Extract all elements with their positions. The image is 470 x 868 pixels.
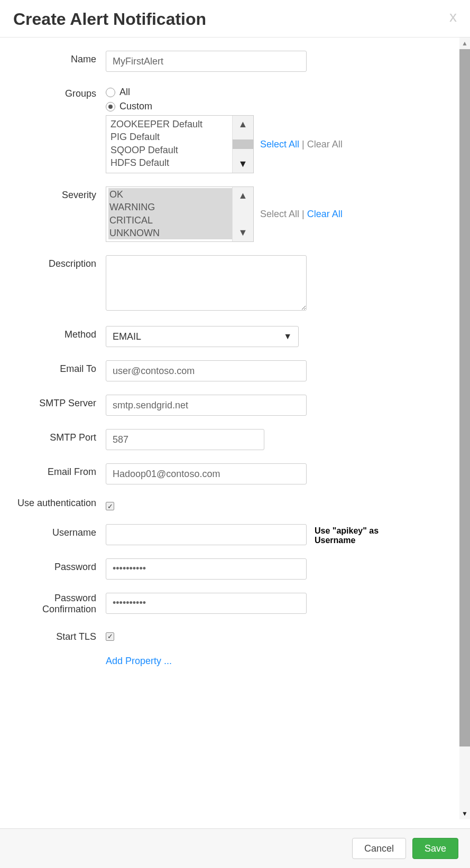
row-password-confirm: Password Confirmation bbox=[16, 593, 454, 615]
list-item[interactable]: ZOOKEEPER Default bbox=[109, 118, 229, 130]
row-password: Password bbox=[16, 558, 454, 580]
description-textarea[interactable] bbox=[106, 255, 307, 311]
name-input[interactable] bbox=[106, 51, 307, 72]
row-add-property: Add Property ... bbox=[16, 656, 454, 667]
label-smtp-server: SMTP Server bbox=[16, 395, 106, 409]
email-to-input[interactable] bbox=[106, 360, 307, 381]
list-item[interactable]: CRITICAL bbox=[108, 214, 232, 227]
groups-clear-all-link[interactable]: Clear All bbox=[307, 139, 343, 150]
password-input[interactable] bbox=[106, 558, 307, 580]
list-item[interactable]: SQOOP Default bbox=[109, 144, 229, 156]
severity-listbox[interactable]: OK WARNING CRITICAL UNKNOWN ▲ ▼ bbox=[106, 186, 254, 242]
separator: | bbox=[299, 209, 307, 219]
dialog-body: Name Groups All Custom bbox=[0, 38, 470, 819]
save-button[interactable]: Save bbox=[412, 838, 458, 859]
severity-select-links: Select All | Clear All bbox=[260, 209, 343, 220]
body-scrollbar[interactable]: ▲ ▼ bbox=[459, 38, 470, 819]
add-property-link[interactable]: Add Property ... bbox=[106, 656, 172, 666]
username-hint: Use "apikey" as Username bbox=[315, 524, 404, 545]
smtp-server-input[interactable] bbox=[106, 395, 307, 416]
radio-all-label: All bbox=[119, 87, 130, 98]
row-description: Description bbox=[16, 255, 454, 313]
list-item[interactable]: OK bbox=[108, 188, 232, 201]
label-groups: Groups bbox=[16, 85, 106, 99]
smtp-port-input[interactable] bbox=[106, 429, 264, 450]
label-email-to: Email To bbox=[16, 360, 106, 375]
list-item[interactable]: PIG Default bbox=[109, 130, 229, 143]
password-confirm-input[interactable] bbox=[106, 593, 307, 614]
groups-select-links: Select All | Clear All bbox=[260, 139, 343, 150]
severity-items: OK WARNING CRITICAL UNKNOWN bbox=[106, 187, 232, 241]
row-smtp-port: SMTP Port bbox=[16, 429, 454, 450]
label-username: Username bbox=[16, 524, 106, 538]
severity-listbox-wrap: OK WARNING CRITICAL UNKNOWN ▲ ▼ Select A… bbox=[106, 186, 343, 242]
radio-all[interactable]: All bbox=[106, 87, 343, 98]
close-icon[interactable]: x bbox=[449, 10, 457, 24]
row-smtp-server: SMTP Server bbox=[16, 395, 454, 416]
groups-listbox-wrap: ZOOKEEPER Default PIG Default SQOOP Defa… bbox=[106, 115, 343, 173]
chevron-down-icon[interactable]: ▼ bbox=[459, 808, 470, 819]
cancel-button[interactable]: Cancel bbox=[352, 838, 406, 859]
listbox-scrollbar[interactable]: ▲ ▼ bbox=[232, 116, 253, 173]
label-method: Method bbox=[16, 326, 106, 340]
method-value: EMAIL bbox=[113, 331, 141, 342]
groups-items: ZOOKEEPER Default PIG Default SQOOP Defa… bbox=[106, 116, 232, 173]
row-start-tls: Start TLS bbox=[16, 628, 454, 642]
dialog-footer: Cancel Save bbox=[0, 828, 470, 868]
use-auth-checkbox[interactable] bbox=[106, 502, 114, 510]
dialog-header: Create Alert Notification x bbox=[0, 0, 470, 38]
dialog-title: Create Alert Notification bbox=[13, 10, 206, 29]
row-username: Username Use "apikey" as Username bbox=[16, 524, 454, 545]
label-email-from: Email From bbox=[16, 463, 106, 478]
start-tls-checkbox[interactable] bbox=[106, 632, 114, 641]
radio-icon bbox=[106, 102, 115, 111]
radio-custom-label: Custom bbox=[119, 101, 152, 112]
list-item[interactable]: HDFS Default bbox=[109, 156, 229, 169]
radio-custom[interactable]: Custom bbox=[106, 101, 343, 112]
row-use-auth: Use authentication bbox=[16, 498, 454, 511]
label-use-auth: Use authentication bbox=[16, 498, 106, 509]
row-email-from: Email From bbox=[16, 463, 454, 484]
label-smtp-port: SMTP Port bbox=[16, 429, 106, 443]
chevron-up-icon[interactable]: ▲ bbox=[238, 187, 248, 204]
radio-icon bbox=[106, 88, 115, 97]
label-password-confirm: Password Confirmation bbox=[16, 593, 106, 615]
email-from-input[interactable] bbox=[106, 463, 307, 484]
chevron-down-icon[interactable]: ▼ bbox=[238, 155, 248, 173]
scroll-thumb[interactable] bbox=[233, 139, 253, 149]
label-start-tls: Start TLS bbox=[16, 628, 106, 642]
chevron-down-icon: ▼ bbox=[283, 332, 292, 341]
chevron-up-icon[interactable]: ▲ bbox=[238, 116, 248, 133]
label-name: Name bbox=[16, 51, 106, 65]
label-description: Description bbox=[16, 255, 106, 269]
row-groups: Groups All Custom ZOOKEEPER Defaul bbox=[16, 85, 454, 173]
scroll-track bbox=[459, 746, 470, 808]
list-item[interactable]: WARNING bbox=[108, 201, 232, 213]
username-input[interactable] bbox=[106, 524, 307, 545]
spacer bbox=[16, 656, 106, 659]
listbox-scrollbar[interactable]: ▲ ▼ bbox=[232, 187, 253, 241]
label-severity: Severity bbox=[16, 186, 106, 201]
row-name: Name bbox=[16, 51, 454, 72]
row-severity: Severity OK WARNING CRITICAL UNKNOWN ▲ bbox=[16, 186, 454, 242]
chevron-down-icon[interactable]: ▼ bbox=[238, 224, 248, 241]
label-password: Password bbox=[16, 558, 106, 573]
severity-select-all-link[interactable]: Select All bbox=[260, 209, 299, 219]
groups-radio-group: All Custom bbox=[106, 85, 343, 112]
method-select[interactable]: EMAIL ▼ bbox=[106, 326, 299, 347]
scroll-thumb[interactable] bbox=[459, 49, 470, 746]
chevron-up-icon[interactable]: ▲ bbox=[459, 38, 470, 49]
dialog-body-wrapper: Name Groups All Custom bbox=[0, 38, 470, 819]
row-method: Method EMAIL ▼ bbox=[16, 326, 454, 347]
severity-clear-all-link[interactable]: Clear All bbox=[307, 209, 343, 219]
groups-listbox[interactable]: ZOOKEEPER Default PIG Default SQOOP Defa… bbox=[106, 115, 254, 173]
groups-select-all-link[interactable]: Select All bbox=[260, 139, 299, 150]
list-item[interactable]: UNKNOWN bbox=[108, 227, 232, 239]
row-email-to: Email To bbox=[16, 360, 454, 381]
separator: | bbox=[299, 139, 307, 150]
